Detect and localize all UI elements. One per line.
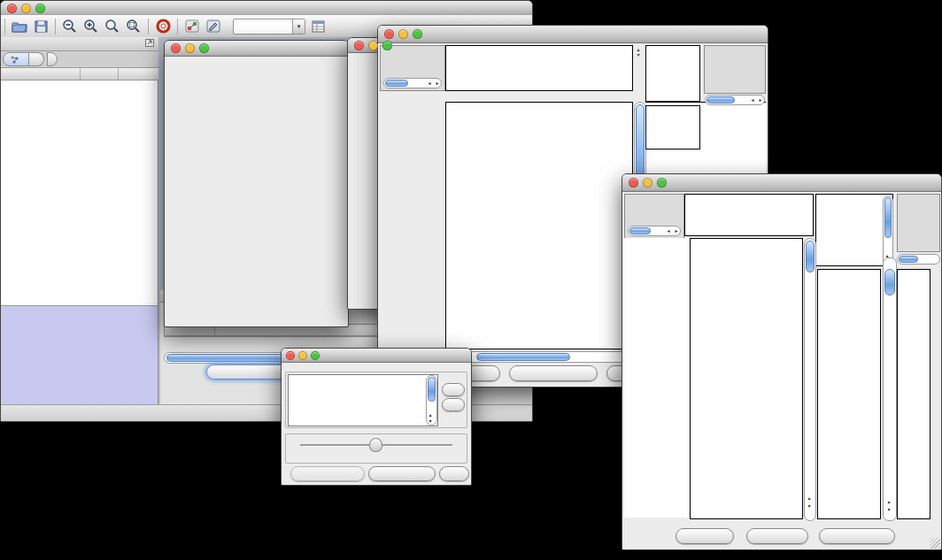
save-data-button[interactable] [746,528,808,544]
scroll-left-icon[interactable]: ◂ [665,228,672,234]
close-button[interactable] [286,351,295,360]
attribute-list[interactable] [288,374,438,426]
row-dendrogram-canvas[interactable] [624,238,688,518]
heatmap-vscrollbar[interactable]: ▴ ▾ [804,238,816,521]
minimize-button[interactable] [185,43,195,53]
scroll-thumb[interactable] [884,269,895,295]
gene-list-scrollbar[interactable]: ▴ ▾ [883,257,897,521]
minimize-button[interactable] [21,4,31,13]
scroll-down-icon[interactable]: ▾ [885,507,892,512]
move-down-button[interactable] [442,398,465,411]
network-window-titlebar[interactable] [165,41,348,57]
row-dendrogram-canvas[interactable] [380,91,444,351]
close-button[interactable] [384,29,394,39]
search-dropdown-icon[interactable]: ▾ [292,19,305,34]
usage-hints-scrollbar[interactable] [897,254,940,265]
scroll-thumb[interactable] [476,353,570,361]
scroll-right-icon[interactable]: ▸ [757,97,764,103]
zoom-button[interactable] [657,178,667,188]
treeview1-titlebar[interactable] [378,26,768,43]
heatmap-panel[interactable] [445,102,633,349]
heatmap-canvas[interactable] [446,103,632,349]
view-status-scrollbar[interactable]: ◂ ▸ [628,226,681,236]
correlation-matrix-canvas[interactable] [646,106,699,149]
scroll-thumb[interactable] [428,377,436,402]
scroll-up-icon[interactable]: ▴ [427,412,434,418]
attribute-browser-icon[interactable] [309,18,328,35]
zoom-out-icon[interactable] [60,18,80,35]
column-dendrogram-panel[interactable] [445,45,633,91]
search-input[interactable] [234,20,292,32]
animate-vizmap-button[interactable] [290,466,365,481]
birdseye-canvas[interactable] [1,306,158,405]
column-dendrogram-panel[interactable] [684,194,814,236]
tab-network[interactable] [3,52,29,66]
slider-thumb[interactable] [369,438,382,452]
main-titlebar[interactable] [1,1,532,16]
scroll-down-icon[interactable]: ▾ [427,418,434,424]
scroll-down-icon[interactable]: ▾ [806,503,813,509]
save-session-icon[interactable] [31,18,50,35]
scroll-left-icon[interactable]: ◂ [426,81,433,86]
scroll-up-icon[interactable]: ▴ [885,499,892,504]
scroll-thumb[interactable] [884,197,892,238]
zoom-button[interactable] [382,41,392,50]
attribute-list-scrollbar[interactable]: ▴ ▾ [426,375,437,426]
help-icon[interactable] [153,18,173,35]
treeview2-titlebar[interactable] [622,174,941,192]
minimize-button[interactable] [368,41,378,50]
close-button[interactable] [629,178,638,188]
scroll-up-icon[interactable]: ▴ [806,495,813,501]
open-session-icon[interactable] [10,18,29,35]
heatmap-panel[interactable] [690,238,803,519]
tab-overflow-button[interactable] [47,52,58,66]
move-up-button[interactable] [442,383,465,396]
zoom-in-icon[interactable] [81,18,101,35]
heatmap-hscrollbar[interactable] [445,351,635,363]
modify-network-icon[interactable] [182,18,202,35]
zoom-fit-icon[interactable] [103,18,122,35]
export-graphics-button[interactable] [509,365,598,381]
float-panel-icon[interactable] [145,39,154,49]
col-nodes[interactable] [81,68,119,80]
zoom-button[interactable] [35,4,45,13]
resize-grip[interactable] [930,538,940,548]
tab-vizmapper[interactable] [29,52,44,66]
col-network[interactable] [1,68,81,80]
column-labels-scrollbar[interactable]: ▴ ▾ [883,196,893,266]
dendrogram-zoom-arrows[interactable]: ▴▾ [634,47,643,58]
settings-button[interactable] [676,528,734,544]
dialog-titlebar[interactable] [282,349,471,363]
zoom-heatmap-panel[interactable] [817,269,881,519]
annotation-icon[interactable] [204,18,223,35]
scroll-thumb[interactable] [899,256,918,263]
minimize-button[interactable] [643,178,652,188]
scroll-thumb[interactable] [806,241,815,272]
scroll-thumb[interactable] [385,80,408,87]
col-edges[interactable] [119,68,158,80]
zoom-button[interactable] [311,351,320,360]
minimize-button[interactable] [298,351,307,360]
done-button[interactable] [439,466,469,481]
usage-hints-scrollbar[interactable]: ◂ ▸ [705,95,765,105]
network-view-canvas[interactable] [165,57,346,326]
close-button[interactable] [171,43,181,53]
zoom-button[interactable] [199,43,209,53]
export-graphics-button[interactable] [819,528,895,544]
zoom-button[interactable] [413,29,422,39]
correlation-matrix-panel[interactable] [645,105,700,150]
gene-list[interactable] [897,269,930,519]
scroll-thumb[interactable] [629,227,651,234]
scroll-left-icon[interactable]: ◂ [749,97,756,103]
scroll-right-icon[interactable]: ▸ [434,81,441,86]
minimize-button[interactable] [398,29,408,39]
view-status-scrollbar[interactable]: ◂ ▸ [383,78,442,88]
heatmap-canvas[interactable] [691,239,802,518]
close-button[interactable] [354,41,364,50]
create-vizmap-button[interactable] [368,466,436,481]
zoom-heatmap-canvas[interactable] [818,270,880,518]
column-dendrogram-canvas[interactable] [446,46,632,90]
close-button[interactable] [7,4,17,13]
scroll-right-icon[interactable]: ▸ [673,228,680,234]
birdseye-view[interactable] [1,305,158,406]
